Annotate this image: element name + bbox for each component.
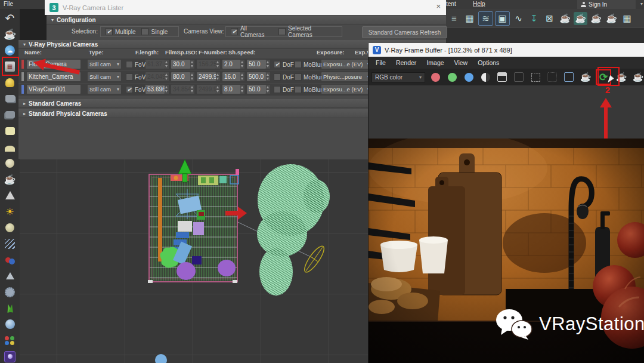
- moblur-checkbox[interactable]: ✔MoBlur: [295, 86, 323, 93]
- shspeed-field[interactable]: 50.0: [247, 60, 266, 69]
- save-image-icon[interactable]: [496, 70, 509, 84]
- exposure-dropdown[interactable]: Physic...posure▾: [321, 72, 371, 81]
- all-cameras-checkbox[interactable]: ✔All Cameras: [231, 25, 273, 38]
- fov-checkbox[interactable]: ✔FoV: [126, 73, 145, 81]
- spinner[interactable]: [165, 85, 169, 94]
- molecule-spheres-icon[interactable]: [3, 253, 17, 267]
- undo-icon[interactable]: ↶: [3, 11, 17, 25]
- exposure-dropdown[interactable]: Exposu...e (EV)▾: [321, 85, 371, 94]
- camera-lister-titlebar[interactable]: 3 V-Ray Camera Lister ×: [45, 0, 446, 15]
- viewport-canvas[interactable]: [20, 159, 368, 363]
- chevron-down-icon[interactable]: ▾: [640, 1, 643, 7]
- shspeed-field[interactable]: 500.0: [247, 72, 266, 81]
- camera-color-bar[interactable]: [21, 72, 24, 81]
- state-sets-icon[interactable]: ▦: [620, 12, 634, 25]
- spinner[interactable]: [165, 72, 169, 81]
- fnumber-field[interactable]: 2.0: [222, 60, 240, 69]
- file-menu[interactable]: File: [4, 1, 13, 7]
- spinner[interactable]: [216, 85, 220, 94]
- help-menu[interactable]: Help: [473, 1, 485, 7]
- camera-sequencer-icon[interactable]: [3, 91, 17, 106]
- spinner[interactable]: [240, 60, 244, 69]
- teapot-render-icon[interactable]: ☕: [3, 27, 17, 41]
- layer-explorer-icon[interactable]: ▦: [463, 12, 476, 25]
- fnumber-field[interactable]: 16.0: [222, 72, 240, 81]
- selected-cameras-checkbox[interactable]: ✔Selected Cameras: [278, 25, 337, 38]
- grass-proxy-icon[interactable]: [3, 301, 17, 315]
- flength-field[interactable]: 30.0: [171, 60, 190, 69]
- viewport[interactable]: [20, 159, 368, 363]
- camera-video-icon[interactable]: [3, 107, 17, 122]
- rendered-frame-window-icon[interactable]: ☕: [574, 12, 587, 25]
- cone-light-icon[interactable]: [3, 188, 17, 202]
- camera-pyramid-icon[interactable]: [3, 269, 17, 283]
- spinner[interactable]: [165, 60, 169, 69]
- light-lister-icon[interactable]: [3, 75, 17, 90]
- spinner[interactable]: [190, 85, 194, 94]
- exposure-dropdown[interactable]: Exposu...e (EV)▾: [321, 60, 371, 69]
- spinner[interactable]: [240, 72, 244, 81]
- vfb-file-menu[interactable]: File: [376, 59, 386, 66]
- fnumber-field[interactable]: 8.0: [222, 85, 240, 94]
- plane-light-icon[interactable]: [3, 124, 17, 138]
- rain-particles-icon[interactable]: [3, 236, 17, 251]
- flength-field[interactable]: 34.854: [171, 85, 190, 94]
- frame-stamp-icon[interactable]: [562, 70, 575, 84]
- mirror-icon[interactable]: ↧: [527, 12, 541, 25]
- multiple-checkbox[interactable]: ✔Multiple: [106, 28, 135, 35]
- fov-value-field[interactable]: 61.37: [145, 60, 165, 69]
- load-image-icon[interactable]: [512, 70, 525, 84]
- iso-field[interactable]: 2499.9: [197, 85, 216, 94]
- vfb-image-menu[interactable]: Image: [426, 59, 444, 66]
- cloud-sync-icon[interactable]: ☁: [3, 43, 17, 57]
- dof-checkbox[interactable]: ✔DoF: [274, 86, 294, 93]
- single-checkbox[interactable]: ✔Single: [141, 28, 168, 35]
- fov-value-field[interactable]: 53.696: [145, 85, 165, 94]
- mono-channel-icon[interactable]: [479, 70, 492, 84]
- camera-color-bar[interactable]: [21, 85, 24, 94]
- shspeed-field[interactable]: 50.0: [247, 85, 266, 94]
- spinner[interactable]: [216, 72, 220, 81]
- spinner[interactable]: [266, 85, 270, 94]
- noise-sphere-icon[interactable]: [3, 285, 17, 299]
- configuration-section-header[interactable]: ▾ Configuration: [47, 16, 446, 24]
- standard-cameras-refresh-button[interactable]: Standard Cameras Refresh: [362, 26, 447, 38]
- render-production-icon[interactable]: ☕: [589, 12, 603, 25]
- curve-editor-icon[interactable]: ∿: [512, 12, 525, 25]
- dome-light-icon[interactable]: [3, 140, 17, 154]
- spinner[interactable]: [190, 60, 194, 69]
- close-icon[interactable]: ×: [436, 2, 441, 11]
- region-render-icon[interactable]: [529, 70, 542, 84]
- fov-checkbox[interactable]: ✔FoV: [126, 61, 145, 68]
- render-scene-teapot-icon[interactable]: ☕: [579, 70, 592, 84]
- dof-checkbox[interactable]: ✔DoF: [274, 61, 294, 68]
- camera-color-bar[interactable]: [21, 60, 24, 69]
- iso-field[interactable]: 156.25: [197, 60, 216, 69]
- blue-channel-icon[interactable]: [462, 70, 475, 84]
- color-spheres-icon[interactable]: [3, 333, 17, 347]
- spinner[interactable]: [190, 72, 194, 81]
- camera-type-dropdown[interactable]: Still cam▾: [88, 72, 121, 81]
- moblur-checkbox[interactable]: ✔MoBlur: [295, 73, 323, 81]
- fov-checkbox[interactable]: ✔FoV: [126, 86, 145, 93]
- sphere-light-icon[interactable]: [3, 156, 17, 170]
- sun-light-icon[interactable]: ☀: [3, 204, 17, 219]
- layers-stack-icon[interactable]: ≋: [478, 11, 493, 26]
- schematic-view-icon[interactable]: ⊠: [543, 12, 556, 25]
- light-gizmo-ellipse[interactable]: [302, 244, 327, 275]
- scene-explorer-icon[interactable]: ≡: [447, 12, 461, 25]
- spinner[interactable]: [266, 72, 270, 81]
- named-selection-icon[interactable]: ▣: [495, 11, 510, 26]
- fov-value-field[interactable]: 24.049: [145, 72, 165, 81]
- moblur-checkbox[interactable]: ✔MoBlur: [295, 61, 323, 68]
- camera-type-dropdown[interactable]: Still cam▾: [88, 60, 121, 69]
- compare-icon[interactable]: [546, 70, 559, 84]
- camera-type-dropdown[interactable]: Still cam▾: [88, 85, 121, 94]
- iso-field[interactable]: 2499.9: [197, 72, 216, 81]
- render-iterative-icon[interactable]: ☕: [605, 12, 618, 25]
- channel-dropdown[interactable]: RGB color▾: [371, 72, 425, 82]
- spinner[interactable]: [240, 85, 244, 94]
- stop-render-icon[interactable]: ☕: [631, 70, 644, 84]
- vfb-render-menu[interactable]: Render: [396, 59, 416, 66]
- ies-sphere-icon[interactable]: [3, 220, 17, 235]
